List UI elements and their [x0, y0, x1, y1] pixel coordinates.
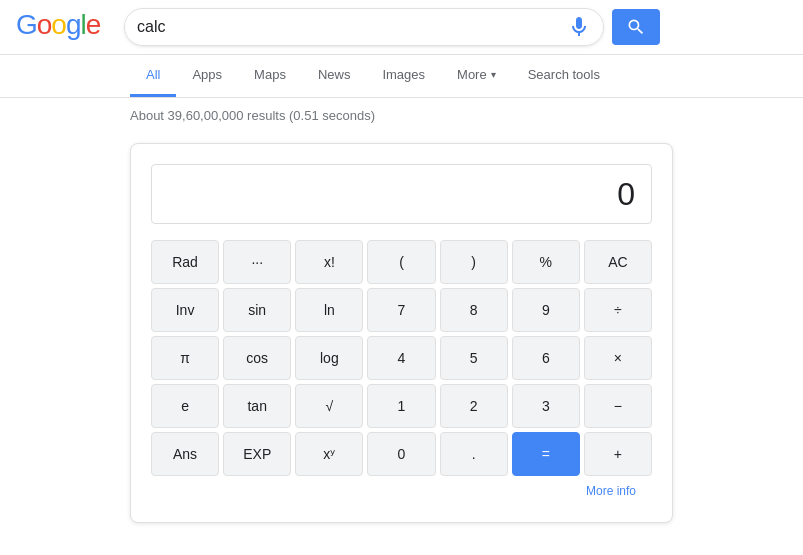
tab-more[interactable]: More ▾: [441, 55, 512, 97]
calc-display: 0: [151, 164, 652, 224]
header: Google calc: [0, 0, 803, 55]
calc-btn-4[interactable]: 4: [367, 336, 435, 380]
calc-btn-1[interactable]: 1: [367, 384, 435, 428]
calc-btn-_[interactable]: %: [512, 240, 580, 284]
calc-btn-log[interactable]: log: [295, 336, 363, 380]
calculator: 0 Rad···x!()%ACInvsinln789÷πcoslog456×et…: [130, 143, 673, 523]
results-count: About 39,60,00,000 results (0.51 seconds…: [130, 108, 375, 123]
calc-btn-_[interactable]: √: [295, 384, 363, 428]
calc-btn-sin[interactable]: sin: [223, 288, 291, 332]
calc-btn-EXP[interactable]: EXP: [223, 432, 291, 476]
search-bar: calc: [124, 8, 604, 46]
google-logo[interactable]: Google: [16, 9, 108, 45]
calc-btn-_[interactable]: .: [440, 432, 508, 476]
tab-news[interactable]: News: [302, 55, 367, 97]
calc-button-grid: Rad···x!()%ACInvsinln789÷πcoslog456×etan…: [151, 240, 652, 476]
calc-btn-_[interactable]: ): [440, 240, 508, 284]
more-chevron-icon: ▾: [491, 69, 496, 80]
calc-btn-___[interactable]: ···: [223, 240, 291, 284]
calc-btn-Ans[interactable]: Ans: [151, 432, 219, 476]
calc-btn-_[interactable]: =: [512, 432, 580, 476]
calc-btn-_[interactable]: −: [584, 384, 652, 428]
mic-icon[interactable]: [567, 15, 591, 39]
calc-btn-AC[interactable]: AC: [584, 240, 652, 284]
search-icons: [567, 15, 591, 39]
calc-btn-3[interactable]: 3: [512, 384, 580, 428]
tab-images[interactable]: Images: [366, 55, 441, 97]
calc-btn-5[interactable]: 5: [440, 336, 508, 380]
nav-tabs: All Apps Maps News Images More ▾ Search …: [0, 55, 803, 98]
calc-btn-9[interactable]: 9: [512, 288, 580, 332]
calc-btn-ln[interactable]: ln: [295, 288, 363, 332]
search-button[interactable]: [612, 9, 660, 45]
calc-value: 0: [617, 176, 635, 213]
calc-btn-x_[interactable]: xʸ: [295, 432, 363, 476]
calc-btn-_[interactable]: (: [367, 240, 435, 284]
calc-btn-_[interactable]: ×: [584, 336, 652, 380]
more-info-link[interactable]: More info: [151, 476, 652, 502]
calc-btn-0[interactable]: 0: [367, 432, 435, 476]
calc-btn-x_[interactable]: x!: [295, 240, 363, 284]
more-info-label: More info: [586, 484, 636, 498]
tab-all[interactable]: All: [130, 55, 176, 97]
calc-btn-7[interactable]: 7: [367, 288, 435, 332]
calc-btn-Rad[interactable]: Rad: [151, 240, 219, 284]
calc-btn-cos[interactable]: cos: [223, 336, 291, 380]
calc-btn-_[interactable]: +: [584, 432, 652, 476]
calc-btn-e[interactable]: e: [151, 384, 219, 428]
search-input[interactable]: calc: [137, 18, 559, 36]
tab-apps[interactable]: Apps: [176, 55, 238, 97]
calc-btn-2[interactable]: 2: [440, 384, 508, 428]
calc-btn-Inv[interactable]: Inv: [151, 288, 219, 332]
calc-btn-_[interactable]: π: [151, 336, 219, 380]
calc-btn-6[interactable]: 6: [512, 336, 580, 380]
tab-search-tools[interactable]: Search tools: [512, 55, 616, 97]
tab-maps[interactable]: Maps: [238, 55, 302, 97]
calc-btn-tan[interactable]: tan: [223, 384, 291, 428]
results-info: About 39,60,00,000 results (0.51 seconds…: [0, 98, 803, 133]
calc-btn-_[interactable]: ÷: [584, 288, 652, 332]
calc-btn-8[interactable]: 8: [440, 288, 508, 332]
